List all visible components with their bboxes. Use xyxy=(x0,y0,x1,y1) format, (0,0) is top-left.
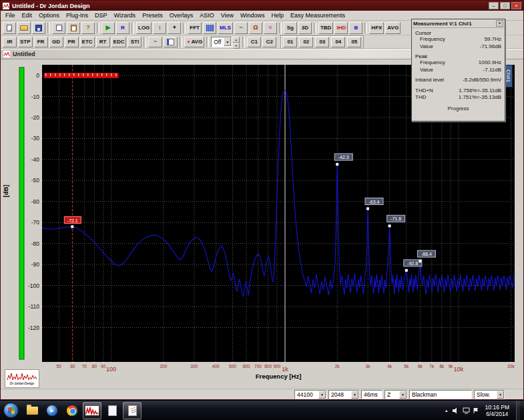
generator-select[interactable]: Off▼ xyxy=(211,37,232,47)
preset-05-button[interactable]: 05 xyxy=(347,37,361,47)
menu-easy-measurements[interactable]: Easy Measurements xyxy=(287,12,348,19)
fft-size-select[interactable]: 2048▼ xyxy=(328,390,359,399)
minimize-button[interactable]: – xyxy=(489,2,499,9)
b-button[interactable]: B xyxy=(349,22,362,34)
y-tick-label: -120 xyxy=(28,325,39,331)
log-scale-button[interactable]: LOG xyxy=(136,22,152,34)
samplerate-select[interactable]: 44100▼ xyxy=(294,390,326,399)
taskbar-app-explorer[interactable] xyxy=(23,402,41,419)
record-button[interactable]: R xyxy=(116,22,129,34)
folder-icon xyxy=(27,407,38,415)
play-button[interactable]: ▶ xyxy=(101,22,115,34)
crosshair-button[interactable]: + xyxy=(168,22,181,34)
levels-button[interactable]: ↕ xyxy=(153,22,166,34)
open-file-button[interactable] xyxy=(17,22,31,34)
copy-button[interactable] xyxy=(52,22,65,34)
wavehand-icon: ~ xyxy=(154,39,157,45)
sti-button[interactable]: STI xyxy=(127,37,142,47)
network-icon[interactable] xyxy=(463,405,470,417)
hfx-button[interactable]: HFX xyxy=(369,22,384,34)
new-file-button[interactable] xyxy=(3,22,16,34)
gd-button[interactable]: GD xyxy=(49,37,63,47)
taskbar-app-chrome[interactable] xyxy=(63,402,81,419)
ir-button[interactable]: IR xyxy=(3,37,17,47)
window-function-field[interactable]: Blackman xyxy=(409,390,472,399)
spectrum-bars-button[interactable] xyxy=(203,22,216,34)
volume-icon[interactable] xyxy=(452,405,459,417)
help-button[interactable]: ? xyxy=(81,22,95,34)
axis-mode-select[interactable]: Z▼ xyxy=(384,390,407,399)
paste-button[interactable] xyxy=(67,22,80,34)
document-icon xyxy=(3,51,10,57)
fft-button[interactable]: FFT xyxy=(188,22,202,34)
etc-button[interactable]: ETC xyxy=(80,37,95,47)
noise-button[interactable]: ≈ xyxy=(264,22,277,34)
taskbar-clock[interactable]: 10:16 PM 6/4/2014 xyxy=(485,404,509,417)
samplerate-value: 44100 xyxy=(297,391,313,398)
generator-level-spinner[interactable]: ▲▼ xyxy=(232,37,240,47)
measurement-label: THD+N xyxy=(415,87,433,95)
peak-label: -92.8 xyxy=(407,261,418,266)
preset-03-button[interactable]: 03 xyxy=(315,37,329,47)
edc-button[interactable]: EDC xyxy=(111,37,127,47)
menu-help[interactable]: Help xyxy=(268,12,288,19)
channel-1-button[interactable]: C1 xyxy=(247,37,261,47)
channel-2-button[interactable]: C2 xyxy=(262,37,276,47)
preset-02-button[interactable]: 02 xyxy=(299,37,313,47)
spinner-arrow-icon[interactable]: ▲ xyxy=(232,37,240,43)
save-button[interactable] xyxy=(32,22,45,34)
action-center-flag-icon[interactable] xyxy=(473,405,479,417)
title-bar[interactable]: Untitled - Dr Jordan Design – □ × xyxy=(1,1,523,11)
menu-overlays[interactable]: Overlays xyxy=(166,12,197,19)
fr-button[interactable]: FR xyxy=(34,37,48,47)
button-label: STP xyxy=(20,39,31,45)
menu-presets[interactable]: Presets xyxy=(139,12,166,19)
chevron-down-icon: ▼ xyxy=(399,391,407,399)
preset-04-button[interactable]: 04 xyxy=(331,37,345,47)
paste-icon xyxy=(71,25,77,31)
taskbar-app-media-player[interactable]: ▶ xyxy=(43,402,61,419)
waveform-button[interactable]: ~ xyxy=(148,37,162,47)
rt-button[interactable]: RT xyxy=(96,37,110,47)
menu-asio[interactable]: ASIO xyxy=(196,12,218,19)
hidden-icons-button[interactable]: ▲ xyxy=(445,409,449,413)
menu-options[interactable]: Options xyxy=(35,12,63,19)
menu-view[interactable]: View xyxy=(218,12,237,19)
close-button[interactable]: × xyxy=(511,2,521,9)
signal-generator-button[interactable]: Sg xyxy=(284,22,297,34)
measurement-row: THD1.751%=-35.13dB xyxy=(415,94,501,101)
measurement-title-bar[interactable]: Measurement V:1 Ch#1 × xyxy=(412,19,505,28)
chevron-down-icon: ▼ xyxy=(224,37,231,46)
cursor-value-label: -72.1 xyxy=(67,218,78,223)
mls-button[interactable]: MLS xyxy=(218,22,233,34)
tbd-button[interactable]: TBD xyxy=(318,22,333,34)
menu-edit[interactable]: Edit xyxy=(19,12,36,19)
start-button[interactable] xyxy=(3,403,19,418)
menu-plug-ins[interactable]: Plug-Ins xyxy=(63,12,91,19)
sine-button[interactable]: ~ xyxy=(234,22,248,34)
taskbar-app-dr-jordan[interactable] xyxy=(83,402,101,419)
menu-dsp[interactable]: DSP xyxy=(91,12,111,19)
show-desktop-button[interactable] xyxy=(516,401,520,420)
menu-wizards[interactable]: Wizards xyxy=(111,12,140,19)
taskbar-app-document[interactable] xyxy=(103,402,121,419)
measurement-close-button[interactable]: × xyxy=(496,20,503,27)
menu-file[interactable]: File xyxy=(2,12,19,19)
taskbar-app-notepad[interactable] xyxy=(123,402,142,419)
avg-button[interactable]: AVG xyxy=(385,22,401,34)
3d-view-button[interactable]: 3D xyxy=(298,22,312,34)
button-label: AVG xyxy=(191,39,202,45)
averaging-button[interactable]: ▼AVG xyxy=(184,37,204,47)
overlay-chart-button[interactable] xyxy=(164,37,178,47)
menu-windows[interactable]: Windows xyxy=(237,12,268,19)
play-icon: ▶ xyxy=(106,25,111,31)
maximize-button[interactable]: □ xyxy=(500,2,510,9)
spinner-arrow-icon[interactable]: ▼ xyxy=(232,43,240,49)
preset-01-button[interactable]: 01 xyxy=(283,37,297,47)
averaging-select[interactable]: Slow.▼ xyxy=(474,390,505,399)
ihd-button[interactable]: IHD xyxy=(334,22,348,34)
impedance-button[interactable]: Ω xyxy=(249,22,262,34)
stp-button[interactable]: STP xyxy=(18,37,33,47)
pr-button[interactable]: PR xyxy=(65,37,79,47)
measurement-label: Inband level xyxy=(415,77,444,84)
